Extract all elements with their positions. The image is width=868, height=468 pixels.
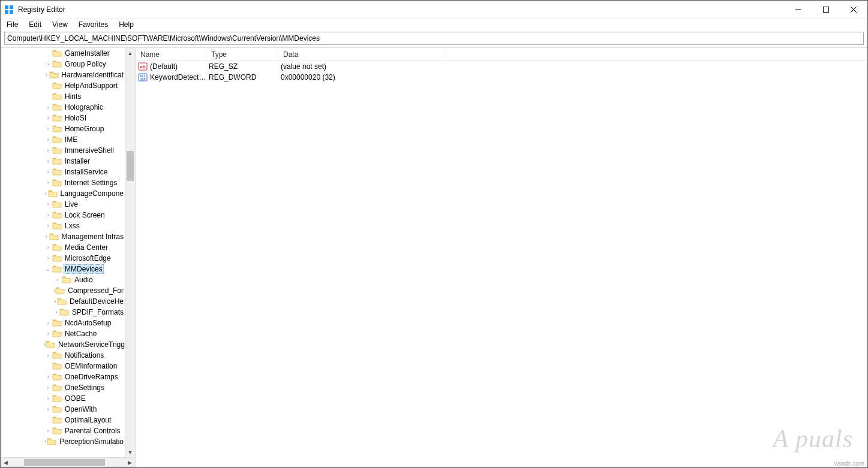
chevron-right-icon[interactable]: › — [44, 158, 52, 164]
chevron-right-icon[interactable]: › — [44, 72, 49, 78]
tree-item[interactable]: ›IME — [1, 134, 125, 145]
chevron-right-icon[interactable]: › — [44, 320, 52, 326]
list-row[interactable]: ab(Default)REG_SZ(value not set) — [136, 61, 867, 72]
tree-item[interactable]: ›Live — [1, 199, 125, 210]
tree-item[interactable]: ›DefaultDeviceHe — [1, 296, 125, 307]
chevron-right-icon[interactable]: › — [44, 223, 52, 229]
chevron-right-icon[interactable]: › — [44, 428, 52, 434]
tree-item[interactable]: ›Notifications — [1, 350, 125, 361]
chevron-right-icon[interactable]: › — [44, 212, 52, 218]
tree-item[interactable]: ›Internet Settings — [1, 177, 125, 188]
titlebar[interactable]: Registry Editor — [1, 1, 867, 19]
tree-item[interactable]: OptimalLayout — [1, 415, 125, 425]
tree-item[interactable]: ›Parental Controls — [1, 425, 125, 436]
folder-icon — [59, 308, 69, 316]
scroll-left-arrow[interactable]: ◀ — [1, 460, 11, 466]
value-data: 0x00000020 (32) — [281, 73, 449, 81]
tree-item[interactable]: ›HoloSI — [1, 113, 125, 123]
chevron-right-icon[interactable]: › — [53, 309, 59, 315]
menu-favorites[interactable]: Favorites — [74, 19, 113, 30]
vertical-scrollbar[interactable]: ▲ ▼ — [125, 48, 135, 457]
tree-item[interactable]: ›Holographic — [1, 102, 125, 113]
chevron-right-icon[interactable]: › — [44, 374, 52, 380]
hscroll-thumb[interactable] — [24, 459, 105, 466]
tree-item[interactable]: ›PerceptionSimulatio — [1, 436, 125, 447]
chevron-right-icon[interactable]: › — [44, 191, 48, 197]
tree-item[interactable]: ›Compressed_For — [1, 285, 125, 296]
tree-item[interactable]: ›Lock Screen — [1, 210, 125, 221]
tree-item[interactable]: ›Installer — [1, 156, 125, 167]
tree-item[interactable]: ›Management Infras — [1, 231, 125, 242]
maximize-button[interactable] — [812, 1, 840, 19]
chevron-right-icon[interactable]: › — [44, 104, 52, 110]
scroll-right-arrow[interactable]: ▶ — [125, 460, 135, 466]
tree-item[interactable]: ›SPDIF_Formats — [1, 307, 125, 318]
tree-item[interactable]: ›OOBE — [1, 393, 125, 404]
tree-item[interactable]: OEMInformation — [1, 361, 125, 372]
column-name[interactable]: Name — [136, 49, 206, 61]
chevron-right-icon[interactable]: › — [44, 147, 52, 153]
tree-item[interactable]: Hints — [1, 91, 125, 102]
tree-item[interactable]: ›Audio — [1, 274, 125, 285]
list-body[interactable]: ab(Default)REG_SZ(value not set)011110Ke… — [136, 61, 867, 467]
menu-help[interactable]: Help — [114, 19, 139, 30]
chevron-right-icon[interactable]: › — [53, 277, 62, 283]
menu-file[interactable]: File — [2, 19, 23, 30]
address-bar[interactable]: Computer\HKEY_LOCAL_MACHINE\SOFTWARE\Mic… — [4, 32, 864, 45]
chevron-right-icon[interactable]: › — [44, 385, 52, 391]
scroll-track[interactable] — [125, 58, 135, 447]
tree-item[interactable]: ›Lxss — [1, 221, 125, 231]
tree-item[interactable]: ›Group Policy — [1, 59, 125, 70]
content-area: GameInstaller›Group Policy›HardwareIdent… — [1, 47, 867, 467]
tree-item[interactable]: ›InstallService — [1, 167, 125, 177]
column-type[interactable]: Type — [206, 49, 278, 61]
tree-items[interactable]: GameInstaller›Group Policy›HardwareIdent… — [1, 48, 125, 457]
chevron-right-icon[interactable]: › — [44, 61, 52, 67]
tree-item[interactable]: ›OneSettings — [1, 382, 125, 393]
folder-icon — [52, 405, 62, 413]
tree-item[interactable]: ›ImmersiveShell — [1, 145, 125, 156]
chevron-right-icon[interactable]: › — [44, 395, 52, 401]
chevron-down-icon[interactable]: ⌄ — [44, 266, 52, 272]
chevron-right-icon[interactable]: › — [44, 255, 52, 261]
tree-item-label: NcdAutoSetup — [64, 319, 112, 327]
chevron-right-icon[interactable]: › — [44, 126, 52, 132]
menu-edit[interactable]: Edit — [24, 19, 46, 30]
chevron-right-icon[interactable]: › — [44, 169, 52, 175]
scroll-up-arrow[interactable]: ▲ — [125, 48, 135, 58]
horizontal-scrollbar[interactable]: ◀ ▶ — [1, 457, 135, 467]
scroll-down-arrow[interactable]: ▼ — [125, 447, 135, 457]
list-row[interactable]: 011110KeywordDetecto...REG_DWORD0x000000… — [136, 72, 867, 83]
chevron-right-icon[interactable]: › — [44, 234, 49, 240]
tree-item[interactable]: ›NcdAutoSetup — [1, 318, 125, 328]
column-data[interactable]: Data — [278, 49, 446, 61]
tree-item[interactable]: GameInstaller — [1, 48, 125, 59]
chevron-right-icon[interactable]: › — [44, 244, 52, 250]
tree-item[interactable]: HelpAndSupport — [1, 80, 125, 91]
menu-view[interactable]: View — [47, 19, 73, 30]
chevron-right-icon[interactable]: › — [44, 180, 52, 186]
tree-item[interactable]: ›NetworkServiceTrigg — [1, 339, 125, 350]
tree-item[interactable]: ›HardwareIdentificat — [1, 70, 125, 80]
tree-item[interactable]: ›MicrosoftEdge — [1, 253, 125, 264]
close-button[interactable] — [840, 1, 867, 19]
scroll-thumb[interactable] — [127, 151, 134, 181]
chevron-right-icon[interactable]: › — [44, 352, 52, 358]
hscroll-track[interactable] — [11, 458, 125, 467]
tree-item[interactable]: ›Media Center — [1, 242, 125, 253]
address-text: Computer\HKEY_LOCAL_MACHINE\SOFTWARE\Mic… — [7, 34, 320, 43]
tree-item[interactable]: ›OneDriveRamps — [1, 372, 125, 382]
tree-item[interactable]: ›NetCache — [1, 328, 125, 339]
chevron-right-icon[interactable]: › — [44, 115, 52, 121]
chevron-right-icon[interactable]: › — [44, 137, 52, 143]
folder-icon — [52, 168, 62, 176]
chevron-right-icon[interactable]: › — [44, 201, 52, 207]
chevron-right-icon[interactable]: › — [44, 331, 52, 337]
folder-icon — [52, 135, 62, 144]
tree-item[interactable]: ›HomeGroup — [1, 123, 125, 134]
tree-item[interactable]: ›LanguageCompone — [1, 188, 125, 199]
minimize-button[interactable] — [785, 1, 812, 19]
tree-item[interactable]: ›OpenWith — [1, 404, 125, 415]
tree-item[interactable]: ⌄MMDevices — [1, 264, 125, 274]
chevron-right-icon[interactable]: › — [44, 406, 52, 412]
